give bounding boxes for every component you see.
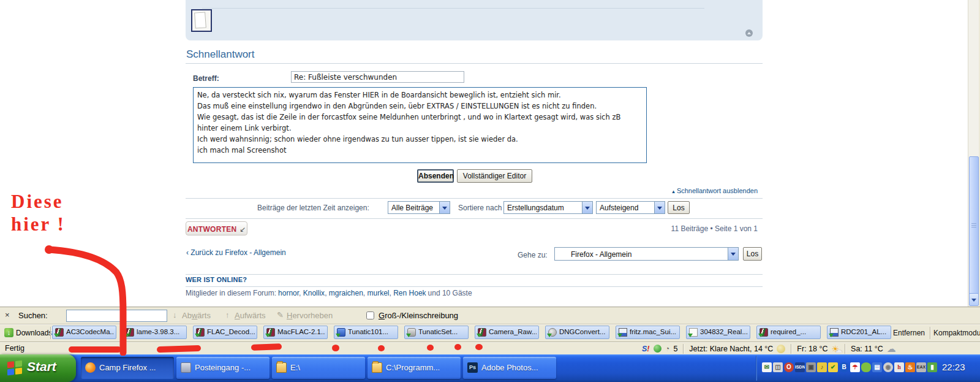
task-button-explorer-e[interactable]: E:\ xyxy=(272,357,365,379)
forecast-friday-text[interactable]: Fr: 18 °C xyxy=(797,345,827,353)
mail-new-icon[interactable]: ✉ xyxy=(762,362,772,372)
remove-button[interactable]: Entfernen xyxy=(893,329,925,337)
forecast-saturday-text[interactable]: Sa: 11 °C xyxy=(851,345,883,353)
chevron-down-icon[interactable] xyxy=(439,202,450,213)
divider xyxy=(186,63,763,64)
close-icon[interactable]: × xyxy=(5,310,10,319)
subject-label: Betreff: xyxy=(193,74,219,83)
task-button-photoshop[interactable]: PsAdobe Photos... xyxy=(463,357,556,379)
isdn-icon[interactable]: ISDN xyxy=(795,362,805,372)
taskbar-clock[interactable]: 22:23 xyxy=(942,362,965,372)
chevron-down-icon[interactable] xyxy=(654,202,665,213)
apply-options-button[interactable]: Los xyxy=(668,201,690,214)
opera-icon[interactable]: O xyxy=(784,362,794,372)
document-icon xyxy=(689,328,698,337)
vertical-scrollbar[interactable] xyxy=(968,0,979,307)
compact-mode-button[interactable]: Kompaktmodus xyxy=(933,329,980,337)
show-posts-label: Beiträge der letzten Zeit anzeigen: xyxy=(257,204,369,212)
scrollbar-down-button[interactable] xyxy=(969,293,979,306)
download-item[interactable]: AC3CodecMa... xyxy=(52,326,116,339)
task-button-mail[interactable]: Posteingang -... xyxy=(176,357,270,379)
attachment-thumbnail[interactable] xyxy=(191,9,212,32)
task-button-firefox[interactable]: Camp Firefox ... xyxy=(81,357,174,379)
avira-icon[interactable]: ☂ xyxy=(850,362,860,372)
sitelauncher-icon[interactable]: S! xyxy=(642,345,650,353)
safe-icon[interactable]: ▣ xyxy=(806,362,816,372)
jump-go-button[interactable]: Los xyxy=(743,247,762,261)
sort-direction-select[interactable]: Aufsteigend xyxy=(596,201,665,214)
hotfile-icon[interactable]: h xyxy=(894,362,904,372)
network-icon[interactable]: ▤ xyxy=(872,362,882,372)
limewire-icon[interactable] xyxy=(861,362,871,372)
full-editor-button[interactable]: Vollständiger Editor xyxy=(457,169,532,183)
cd-icon[interactable]: ◉ xyxy=(883,362,893,372)
volume-icon[interactable]: ♪ xyxy=(817,362,827,372)
scheduler-icon[interactable]: ◫ xyxy=(773,362,783,372)
forecast-now-text[interactable]: Jetzt: Klare Nacht, 14 °C xyxy=(689,345,773,353)
jump-to-forum-select[interactable]: Firefox - Allgemein xyxy=(554,247,739,261)
update-check-icon[interactable]: ✔ xyxy=(828,362,838,372)
member-link[interactable]: Knollix xyxy=(303,289,325,297)
download-item[interactable]: 304832_Real... xyxy=(686,326,750,339)
find-input[interactable] xyxy=(66,310,167,322)
online-members-line: Mitglieder in diesem Forum:hornor, Knoll… xyxy=(186,289,472,297)
timer-icon[interactable]: ◔ xyxy=(665,344,670,353)
divider xyxy=(50,327,51,339)
chevron-down-icon[interactable] xyxy=(728,248,738,260)
member-link[interactable]: murkel xyxy=(368,289,390,297)
download-item[interactable]: FLAC_Decod... xyxy=(193,326,257,339)
download-item[interactable]: MacFLAC-2.1... xyxy=(263,326,328,339)
find-next-button[interactable]: Abwärts xyxy=(182,311,211,320)
status-orb-icon[interactable] xyxy=(654,345,662,353)
download-item[interactable]: Camera_Raw... xyxy=(475,326,539,339)
downloads-title[interactable]: Downloads xyxy=(16,329,52,337)
start-button[interactable]: Start xyxy=(0,354,76,382)
archive-icon xyxy=(266,328,275,337)
message-textarea[interactable]: Ne, da versteckt sich nix, wyarum das Fe… xyxy=(193,87,647,163)
archive-icon xyxy=(126,328,134,337)
find-prev-button[interactable]: Aufwärts xyxy=(235,311,266,320)
archive-icon xyxy=(55,328,64,337)
folder-icon xyxy=(276,362,287,373)
back-to-top-icon[interactable] xyxy=(745,29,753,37)
pagination-text: 11 Beiträge • Seite 1 von 1 xyxy=(513,224,758,233)
chevron-down-icon[interactable] xyxy=(582,202,592,213)
disk-icon xyxy=(830,328,839,337)
divider xyxy=(186,286,763,287)
post-attachment-panel xyxy=(186,0,763,40)
bluetooth-icon[interactable]: B xyxy=(839,362,849,372)
download-item[interactable]: lame-3.98.3... xyxy=(123,326,187,339)
installer-icon xyxy=(337,328,345,337)
member-link[interactable]: mgraichen xyxy=(329,289,363,297)
download-item[interactable]: TunaticSet... xyxy=(404,326,469,339)
download-item[interactable]: required_... xyxy=(756,326,821,339)
match-case-label[interactable]: Groß-/Kleinschreibung xyxy=(379,311,458,320)
download-item[interactable]: RDC201_AL... xyxy=(827,326,891,339)
hide-quick-reply-link[interactable]: ▴ Schnellantwort ausblenden xyxy=(574,187,758,194)
who-is-online-heading: WER IST ONLINE? xyxy=(186,276,247,283)
download-item[interactable]: fritz.mac_Sui... xyxy=(616,326,680,339)
flame-icon[interactable]: ♨ xyxy=(905,362,915,372)
subject-input[interactable] xyxy=(291,71,464,83)
eax-icon[interactable]: EAX xyxy=(916,362,926,372)
back-to-forum-link[interactable]: ‹ Zurück zu Firefox - Allgemein xyxy=(186,248,286,257)
show-posts-select[interactable]: Alle Beiträge xyxy=(388,201,450,214)
scrollbar-thumb[interactable] xyxy=(969,156,979,295)
task-button-explorer-c[interactable]: C:\Programm... xyxy=(368,357,461,379)
find-label: Suchen: xyxy=(18,311,48,320)
sun-cloud-icon: ☀☁ xyxy=(831,344,839,354)
divider xyxy=(845,344,845,354)
reply-button[interactable]: ANTWORTEN ↙ xyxy=(186,221,247,235)
download-item[interactable]: DNGConvert... xyxy=(545,326,609,339)
highlight-all-button[interactable]: Hervorheben xyxy=(287,311,333,320)
member-link[interactable]: hornor xyxy=(278,289,299,297)
download-item[interactable]: Tunatic101... xyxy=(334,326,398,339)
photoshop-icon: Ps xyxy=(467,362,478,373)
sort-by-select[interactable]: Erstellungsdatum xyxy=(503,201,593,214)
divider xyxy=(186,218,763,219)
usb-icon[interactable]: ▮ xyxy=(927,362,937,372)
match-case-checkbox[interactable] xyxy=(366,311,374,319)
submit-button[interactable]: Absenden xyxy=(417,169,454,183)
divider xyxy=(202,8,704,9)
member-link[interactable]: Ren Hoek xyxy=(393,289,426,297)
